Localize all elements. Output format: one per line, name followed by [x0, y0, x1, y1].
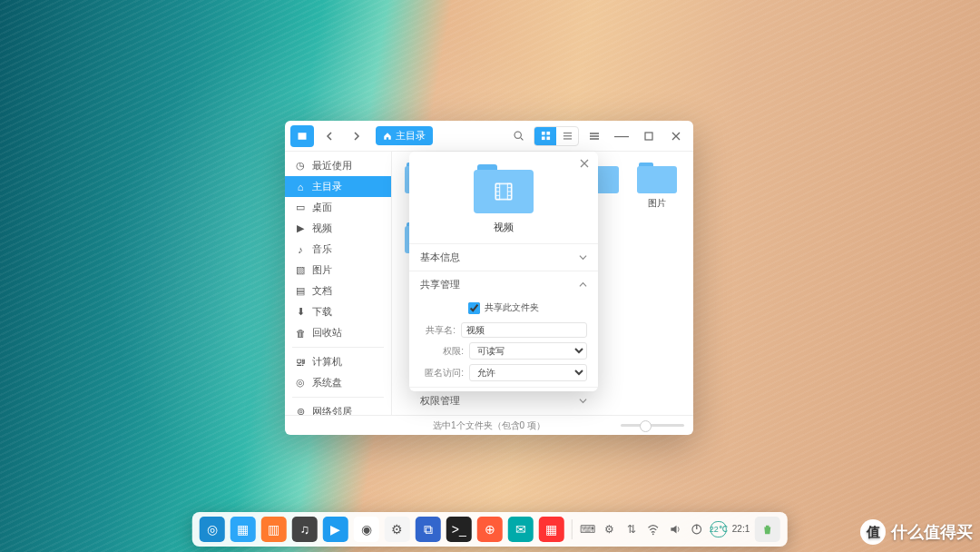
view-toggle: [534, 126, 579, 146]
sidebar-item-label: 计算机: [312, 355, 342, 369]
home-icon: [383, 132, 392, 141]
section-share-body: 共享此文件夹 共享名: 权限: 可读写 匿名访问: 允许: [409, 298, 598, 387]
properties-dialog: 视频 基本信息 共享管理 共享此文件夹 共享名:: [409, 152, 598, 391]
nav-back-button[interactable]: [318, 125, 341, 147]
tray-usb-icon[interactable]: ⇅: [623, 521, 640, 537]
dock-separator: [572, 519, 573, 539]
sidebar-item-label: 音乐: [312, 242, 332, 256]
dock-app-browser2[interactable]: ⊕: [477, 517, 503, 542]
sidebar-item-clock[interactable]: ◷最近使用: [285, 155, 391, 176]
dock-app-terminal[interactable]: >_: [446, 517, 472, 542]
sidebar-item-label: 桌面: [312, 201, 332, 214]
svg-rect-6: [546, 136, 550, 140]
close-icon: [671, 132, 681, 141]
chevron-down-icon: [579, 253, 587, 261]
music-icon: ♪: [294, 243, 307, 256]
sidebar-item-label: 图片: [312, 263, 332, 277]
svg-rect-9: [563, 138, 571, 139]
dock-app-appstore[interactable]: ▥: [261, 517, 287, 542]
disk-icon: ◎: [294, 377, 307, 389]
svg-rect-10: [645, 133, 652, 140]
tray-power-icon[interactable]: [689, 521, 705, 537]
video-icon: [492, 180, 515, 203]
minimize-button[interactable]: —: [610, 125, 633, 147]
tray-settings-icon[interactable]: ⚙: [602, 521, 618, 537]
view-icon-mode[interactable]: [534, 127, 556, 145]
svg-rect-3: [541, 132, 544, 135]
nav-forward-button[interactable]: [345, 125, 368, 147]
doc-icon: ▤: [294, 285, 307, 298]
tray-clock[interactable]: 22:1: [732, 525, 750, 535]
share-anon-select[interactable]: 允许: [469, 364, 587, 381]
sidebar-item-picture[interactable]: ▧图片: [285, 260, 391, 281]
maximize-icon: [644, 132, 653, 141]
share-anon-label: 匿名访问:: [420, 367, 464, 380]
share-perm-label: 权限:: [420, 345, 464, 358]
tray-trash-icon[interactable]: [755, 517, 780, 542]
tray-temperature[interactable]: 22℃: [710, 521, 727, 537]
svg-line-2: [520, 138, 522, 140]
hamburger-icon: [589, 131, 600, 142]
search-button[interactable]: [506, 125, 530, 147]
picture-icon: ▧: [294, 264, 307, 277]
sidebar-item-desktop[interactable]: ▭桌面: [285, 197, 391, 218]
tray-keyboard-icon[interactable]: ⌨: [580, 521, 596, 537]
sidebar-item-label: 系统盘: [312, 376, 342, 389]
network-icon: ⊚: [294, 406, 307, 416]
folder-item[interactable]: 图片: [633, 161, 681, 210]
sidebar-item-label: 最近使用: [312, 159, 352, 172]
zoom-slider[interactable]: [621, 424, 684, 427]
sidebar-item-label: 下载: [312, 305, 332, 319]
sidebar: ◷最近使用⌂主目录▭桌面▶视频♪音乐▧图片▤文档⬇下载🗑回收站🖳计算机◎系统盘⊚…: [285, 152, 392, 415]
breadcrumb-home[interactable]: 主目录: [376, 126, 433, 145]
folder-preview-icon: [474, 164, 534, 213]
close-icon: [580, 159, 589, 168]
share-perm-select[interactable]: 可读写: [469, 342, 587, 360]
tray-wifi-icon[interactable]: [645, 521, 662, 537]
dock: ◎▦▥♫▶◉⚙⧉>_⊕✉▦ ⌨ ⚙ ⇅ 22℃ 22:1: [192, 512, 788, 547]
sidebar-item-download[interactable]: ⬇下载: [285, 301, 391, 322]
share-enable-checkbox[interactable]: 共享此文件夹: [420, 300, 587, 318]
breadcrumb: 主目录: [376, 126, 433, 145]
svg-rect-4: [546, 132, 550, 135]
desktop-icon: ▭: [294, 202, 307, 214]
close-button[interactable]: [664, 125, 688, 147]
section-perm-header[interactable]: 权限管理: [409, 388, 598, 414]
share-name-input[interactable]: [461, 322, 587, 338]
dock-app-video[interactable]: ▶: [323, 517, 348, 542]
sidebar-item-label: 文档: [312, 284, 332, 298]
sidebar-item-disk[interactable]: ◎系统盘: [285, 372, 391, 393]
chevron-up-icon: [579, 281, 587, 289]
sidebar-item-label: 回收站: [312, 326, 342, 340]
sidebar-item-computer[interactable]: 🖳计算机: [285, 351, 391, 372]
sidebar-item-trash[interactable]: 🗑回收站: [285, 322, 391, 343]
dock-app-chrome[interactable]: ◉: [354, 517, 379, 542]
sidebar-item-doc[interactable]: ▤文档: [285, 281, 391, 301]
dock-app-mail[interactable]: ✉: [508, 517, 534, 542]
sidebar-item-video[interactable]: ▶视频: [285, 218, 391, 239]
tray-volume-icon[interactable]: [667, 521, 683, 537]
dialog-close-button[interactable]: [576, 155, 593, 172]
download-icon: ⬇: [294, 306, 307, 319]
dock-app-launcher[interactable]: ◎: [200, 517, 225, 542]
section-basic-header[interactable]: 基本信息: [409, 244, 598, 271]
svg-rect-7: [563, 133, 571, 133]
maximize-button[interactable]: [637, 125, 661, 147]
sidebar-item-home[interactable]: ⌂主目录: [285, 176, 391, 197]
dock-app-files[interactable]: ▦: [230, 517, 256, 542]
dock-app-control[interactable]: ⚙: [385, 517, 410, 542]
view-list-mode[interactable]: [556, 127, 578, 145]
sidebar-item-network[interactable]: ⊚网络邻居: [285, 401, 391, 415]
desktop: 主目录 — ◷最近使用⌂主目录▭桌面▶视频♪音乐▧图片▤文档: [0, 0, 980, 552]
dock-app-calendar[interactable]: ▦: [539, 517, 564, 542]
sidebar-item-music[interactable]: ♪音乐: [285, 239, 391, 260]
dialog-header: 视频: [409, 157, 598, 243]
status-text: 选中1个文件夹（包含0 项）: [433, 419, 545, 432]
svg-rect-0: [299, 133, 307, 140]
dock-app-monitor[interactable]: ⧉: [416, 517, 441, 542]
clock-icon: ◷: [294, 160, 307, 172]
menu-button[interactable]: [583, 125, 606, 147]
svg-point-1: [514, 132, 521, 138]
section-share-header[interactable]: 共享管理: [409, 271, 598, 298]
dock-app-music[interactable]: ♫: [292, 517, 318, 542]
